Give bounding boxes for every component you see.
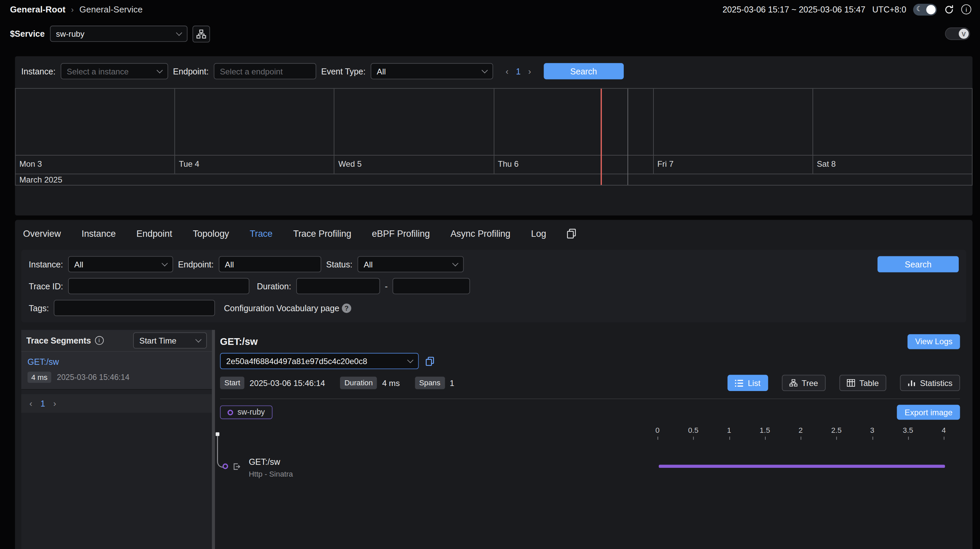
calendar-day-label: Thu 6	[494, 155, 654, 174]
table-icon	[847, 379, 855, 387]
service-select[interactable]: sw-ruby	[50, 25, 188, 42]
event-type-value: All	[377, 67, 386, 76]
breadcrumb-root[interactable]: General-Root	[10, 5, 65, 14]
help-icon[interactable]: ?	[342, 303, 351, 313]
segments-sort-select[interactable]: Start Time	[133, 332, 207, 349]
segment-endpoint-name[interactable]: GET:/sw	[28, 357, 206, 367]
event-instance-select[interactable]: Select a instance	[60, 63, 168, 79]
axis-tick-label: 1	[727, 426, 731, 435]
info-icon[interactable]: i	[961, 5, 971, 14]
trace-id-row: 2e50a4f6884d497a81e97d5c4c20e0c8	[220, 353, 960, 369]
calendar-day-label: Tue 4	[175, 155, 335, 174]
segments-next-page-button[interactable]: ›	[53, 398, 56, 409]
duration-max-input[interactable]	[393, 278, 470, 294]
tab-ebpf-profiling[interactable]: eBPF Profiling	[372, 229, 430, 239]
chevron-down-icon	[452, 260, 458, 267]
tab-overview[interactable]: Overview	[23, 229, 61, 239]
tab-trace-profiling[interactable]: Trace Profiling	[293, 229, 351, 239]
view-list-button[interactable]: List	[728, 375, 768, 391]
calendar-day-label: Fri 7	[654, 155, 813, 174]
trace-id-select[interactable]: 2e50a4f6884d497a81e97d5c4c20e0c8	[220, 353, 419, 369]
vocabulary-text: Configuration Vocabulary page	[224, 303, 339, 313]
calendar-day-label: Sat 8	[813, 155, 972, 174]
version-toggle[interactable]: V	[945, 28, 970, 40]
event-prev-page-button[interactable]: ‹	[506, 67, 509, 76]
collapse-children-icon[interactable]	[233, 463, 240, 470]
trace-id-input[interactable]	[68, 278, 250, 294]
trace-segment-item[interactable]: GET:/sw 4 ms 2025-03-06 15:46:14	[21, 351, 212, 390]
trace-instance-select[interactable]: All	[68, 256, 173, 272]
breadcrumb-current[interactable]: General-Service	[80, 5, 143, 14]
trace-filter-row-1: Instance: All Endpoint: All Status: All …	[29, 256, 959, 272]
tab-endpoint[interactable]: Endpoint	[137, 229, 172, 239]
segments-page-number[interactable]: 1	[40, 399, 45, 408]
event-pagination: ‹ 1 ›	[506, 67, 531, 76]
axis-tick-label: 2.5	[831, 426, 842, 435]
moon-icon: ☾	[916, 5, 923, 14]
axis-tick-mark	[693, 436, 694, 440]
trace-status-select[interactable]: All	[358, 256, 464, 272]
trace-meta-row: Start 2025-03-06 15:46:14 Duration 4 ms …	[220, 375, 960, 391]
view-statistics-button[interactable]: Statistics	[900, 375, 960, 391]
trace-instance-value: All	[74, 260, 83, 269]
span-endpoint-name[interactable]: GET:/sw	[249, 457, 280, 467]
copy-trace-id-icon[interactable]	[426, 356, 434, 366]
service-ring-icon	[228, 409, 233, 415]
trace-title: GET:/sw	[220, 336, 258, 347]
calendar-cell	[16, 89, 175, 155]
theme-toggle[interactable]: ☾	[913, 3, 937, 15]
calendar-cell	[654, 89, 813, 155]
axis-tick-label: 1.5	[760, 426, 770, 435]
breadcrumb: General-Root › General-Service	[10, 5, 143, 14]
segment-start-time: 2025-03-06 15:46:14	[57, 373, 129, 382]
calendar-day-label: Wed 5	[335, 155, 494, 174]
time-range-picker[interactable]: 2025-03-06 15:17 ~ 2025-03-06 15:47	[722, 5, 865, 14]
event-endpoint-select[interactable]: Select a endpoint	[214, 63, 316, 79]
refresh-icon[interactable]	[943, 4, 955, 15]
event-search-button[interactable]: Search	[544, 63, 624, 79]
chevron-down-icon	[176, 30, 181, 36]
tab-trace[interactable]: Trace	[250, 229, 273, 239]
duration-min-input[interactable]	[296, 278, 380, 294]
calendar-cell	[494, 89, 654, 155]
copy-pages-icon[interactable]	[567, 229, 576, 239]
info-icon[interactable]: i	[95, 336, 103, 345]
event-endpoint-placeholder: Select a endpoint	[220, 67, 283, 76]
panel-resizer-handle[interactable]	[212, 330, 215, 549]
span-node-icon[interactable]	[223, 463, 228, 469]
segments-prev-page-button[interactable]: ‹	[29, 398, 32, 409]
tab-async-profiling[interactable]: Async Profiling	[450, 229, 511, 239]
trace-search-button[interactable]: Search	[878, 256, 959, 272]
view-table-button[interactable]: Table	[840, 375, 886, 391]
theme-toggle-knob	[926, 5, 936, 14]
chevron-down-icon	[196, 336, 202, 343]
axis-tick-label: 0.5	[688, 426, 698, 435]
top-header: General-Root › General-Service 2025-03-0…	[0, 0, 980, 19]
service-legend-pill[interactable]: sw-ruby	[220, 406, 272, 419]
view-tree-button[interactable]: Tree	[781, 375, 825, 391]
vocabulary-link[interactable]: Configuration Vocabulary page ?	[224, 303, 351, 313]
tab-log[interactable]: Log	[531, 229, 546, 239]
selection-boundary-line	[627, 89, 628, 185]
event-type-select[interactable]: All	[371, 63, 493, 79]
export-image-button[interactable]: Export image	[897, 405, 960, 420]
trace-id-value: 2e50a4f6884d497a81e97d5c4c20e0c8	[226, 356, 367, 366]
service-topology-button[interactable]	[192, 25, 210, 42]
span-legend-row: sw-ruby Export image	[220, 405, 960, 420]
trace-body: Trace Segments i Start Time GET:/sw 4 ms…	[21, 330, 966, 549]
trace-endpoint-input[interactable]: All	[219, 256, 321, 272]
axis-tick-label: 4	[942, 426, 946, 435]
axis-tick-mark	[872, 436, 873, 440]
view-logs-button[interactable]: View Logs	[908, 334, 960, 349]
trace-id-label: Trace ID:	[29, 281, 63, 291]
chevron-down-icon	[156, 67, 162, 73]
trace-segments-header: Trace Segments i Start Time	[21, 330, 212, 351]
event-page-number[interactable]: 1	[516, 67, 521, 76]
list-icon	[735, 379, 743, 386]
tab-topology[interactable]: Topology	[193, 229, 229, 239]
tags-input[interactable]	[54, 300, 215, 316]
event-timeline-chart[interactable]: Mon 3 Tue 4 Wed 5 Thu 6 Fri 7 Sat 8 Marc…	[15, 88, 973, 185]
tab-instance[interactable]: Instance	[81, 229, 116, 239]
span-duration-bar[interactable]	[659, 465, 945, 468]
event-next-page-button[interactable]: ›	[528, 67, 531, 76]
